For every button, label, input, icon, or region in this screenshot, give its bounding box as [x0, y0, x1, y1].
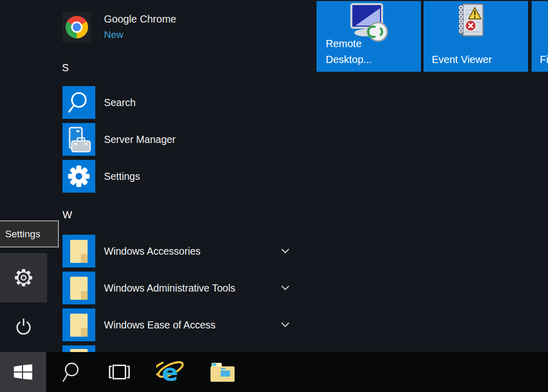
server-manager-icon [62, 123, 95, 156]
folder-icon [210, 362, 235, 382]
app-label: Server Manager [104, 134, 176, 146]
rail-power-button[interactable] [0, 302, 47, 352]
app-row-settings[interactable]: Settings [62, 160, 303, 193]
tile-event-viewer[interactable]: Event Viewer [424, 1, 528, 72]
internet-explorer-icon: e [156, 358, 185, 386]
svg-text:e: e [162, 358, 178, 386]
app-row-windows-ease-of-access[interactable]: Windows Ease of Access [62, 308, 303, 341]
new-badge: New [104, 29, 176, 41]
rail-settings-button[interactable] [0, 253, 47, 302]
gear-icon [12, 266, 35, 290]
folder-tile [62, 235, 95, 267]
tile-label-line: Remote [326, 36, 372, 52]
section-header-s[interactable]: S [62, 61, 69, 74]
tile-remote-desktop[interactable]: Remote Desktop... [317, 1, 421, 72]
folder-icon [70, 240, 88, 263]
chevron-down-icon[interactable] [281, 248, 290, 254]
app-label: Windows Ease of Access [104, 319, 216, 331]
folder-icon [70, 314, 88, 337]
start-menu-screen: Google Chrome New S Search Server Manage… [0, 0, 548, 392]
taskbar-search-button[interactable] [53, 352, 90, 392]
app-label: Windows Administrative Tools [104, 282, 236, 294]
app-row-windows-administrative-tools[interactable]: Windows Administrative Tools [62, 272, 303, 304]
server-manager-tile [62, 123, 95, 156]
chrome-tile [62, 12, 91, 43]
search-tile [62, 86, 95, 119]
app-label: Search [104, 97, 136, 109]
app-row-server-manager[interactable]: Server Manager [62, 123, 303, 156]
chrome-labels: Google Chrome New [104, 12, 176, 43]
start-button[interactable] [0, 352, 46, 392]
internet-explorer-button[interactable]: e [152, 352, 189, 392]
tile-label: Event Viewer [432, 52, 492, 68]
settings-tooltip: Settings [0, 220, 59, 247]
tile-label-line: Desktop... [326, 52, 372, 68]
search-icon [62, 361, 81, 383]
app-row-partial[interactable] [62, 345, 95, 352]
tile-label: Fil [540, 52, 548, 68]
app-label: Windows Accessories [104, 245, 201, 257]
folder-tile [62, 272, 95, 304]
event-viewer-icon [456, 3, 489, 39]
windows-logo-icon [14, 364, 32, 380]
settings-tile [62, 160, 95, 193]
power-icon [15, 318, 32, 336]
task-view-icon [107, 364, 132, 381]
tooltip-text: Settings [5, 229, 40, 240]
folder-tile [62, 308, 95, 341]
app-row-google-chrome[interactable]: Google Chrome New [62, 12, 176, 43]
chevron-down-icon[interactable] [281, 285, 290, 291]
file-explorer-button[interactable] [204, 352, 241, 392]
app-row-windows-accessories[interactable]: Windows Accessories [62, 235, 303, 267]
chevron-down-icon[interactable] [281, 322, 290, 328]
app-row-search[interactable]: Search [62, 86, 303, 119]
tile-label: Remote Desktop... [326, 36, 372, 68]
chrome-logo-inner [71, 22, 82, 33]
chrome-logo-core [73, 23, 81, 31]
tile-cut-off[interactable]: Fil [532, 1, 548, 72]
folder-icon [70, 277, 88, 300]
chrome-logo-icon [66, 16, 88, 38]
task-view-button[interactable] [101, 352, 138, 392]
taskbar: e [0, 352, 548, 392]
app-label: Google Chrome [104, 12, 176, 26]
app-label: Settings [104, 171, 140, 182]
gear-icon [67, 164, 91, 188]
folder-chip [212, 363, 216, 366]
section-header-w[interactable]: W [62, 208, 72, 221]
search-icon [62, 86, 95, 119]
